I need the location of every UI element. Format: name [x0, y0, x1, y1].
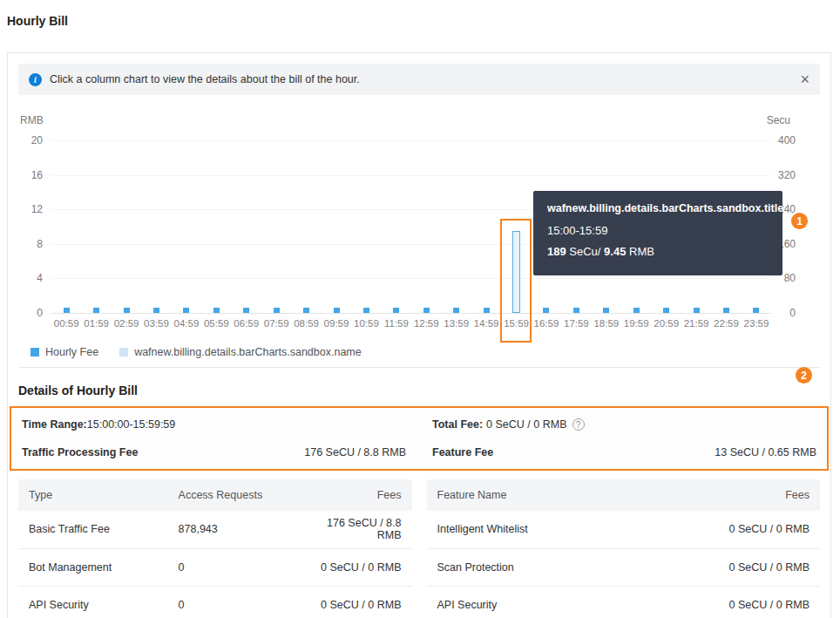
x-axis-label: 10:59	[351, 318, 381, 329]
chart-column-00:59[interactable]	[51, 140, 81, 313]
chart-column-10:59[interactable]	[351, 140, 381, 313]
table-cell: 0	[168, 586, 294, 618]
tooltip-secu-unit: SeCu/	[566, 245, 604, 258]
x-axis-label: 00:59	[51, 318, 81, 329]
hourly-fee-bar[interactable]	[363, 308, 369, 313]
total-fee-label: Total Fee:	[432, 418, 483, 431]
y-axis-left-tick: 20	[18, 134, 43, 146]
x-axis-label: 21:59	[681, 318, 711, 329]
hourly-fee-bar[interactable]	[543, 308, 549, 313]
hourly-fee-bar[interactable]	[93, 308, 99, 313]
x-axis-labels: 00:5901:5902:5903:5904:5905:5906:5907:59…	[51, 318, 771, 329]
info-icon: i	[29, 73, 42, 86]
y-axis-right-tick: 0	[759, 307, 796, 319]
table-cell: 878,943	[168, 511, 294, 548]
callout-badge-2: 2	[796, 367, 812, 384]
hourly-fee-bar[interactable]	[573, 308, 579, 313]
hourly-fee-bar[interactable]	[153, 308, 159, 313]
traffic-fee-line: Traffic Processing Fee 176 SeCU / 8.8 RM…	[22, 446, 406, 458]
table-row: API Security00 SeCU / 0 RMB	[18, 586, 412, 618]
chart-column-12:59[interactable]	[411, 140, 441, 313]
hourly-fee-bar[interactable]	[453, 308, 459, 313]
chart-column-02:59[interactable]	[112, 140, 141, 313]
chart-column-11:59[interactable]	[382, 140, 411, 313]
tooltip-rmb-unit: RMB	[626, 245, 654, 258]
column-header-feature-name: Feature Name	[427, 479, 674, 511]
x-axis-label: 22:59	[711, 318, 741, 329]
chart-column-06:59[interactable]	[232, 140, 261, 313]
hourly-fee-bar[interactable]	[663, 308, 669, 313]
hourly-fee-bar[interactable]	[334, 308, 340, 313]
hourly-fee-bar[interactable]	[183, 308, 189, 313]
close-icon[interactable]: ×	[800, 71, 810, 87]
x-axis-label: 17:59	[561, 318, 591, 329]
chart-column-05:59[interactable]	[201, 140, 231, 313]
y-axis-left-tick: 8	[18, 238, 43, 250]
table-cell: 0	[168, 548, 294, 586]
y-axis-left-tick: 12	[18, 203, 43, 215]
table-cell: API Security	[18, 586, 168, 618]
chart-column-07:59[interactable]	[261, 140, 291, 313]
legend-item-0[interactable]: Hourly Fee	[30, 346, 98, 358]
chart-column-14:59[interactable]	[471, 140, 501, 313]
hourly-fee-bar[interactable]	[243, 308, 249, 313]
chart-column-04:59[interactable]	[172, 140, 201, 313]
x-axis-baseline	[51, 313, 771, 314]
column-header-fees: Fees	[294, 479, 411, 511]
tooltip-time-range: 15:00-15:59	[547, 224, 769, 237]
chart-column-13:59[interactable]	[441, 140, 471, 313]
table-header-row: Type Access Requests Fees	[18, 479, 412, 511]
y-axis-left-unit: RMB	[20, 114, 44, 126]
chart-column-09:59[interactable]	[322, 140, 351, 313]
hourly-bill-card: i Click a column chart to view the detai…	[7, 52, 831, 618]
y-axis-right-unit: Secu	[767, 114, 790, 126]
feature-fee-table: Feature Name Fees Intelligent Whitelist0…	[427, 479, 821, 618]
table-cell: Scan Protection	[427, 548, 674, 586]
info-banner-text: Click a column chart to view the details…	[50, 73, 360, 85]
table-row: Basic Traffic Fee878,943176 SeCU / 8.8 R…	[18, 511, 412, 548]
hourly-fee-bar[interactable]	[633, 308, 640, 313]
hourly-fee-bar[interactable]	[393, 308, 399, 313]
table-cell: 0 SeCU / 0 RMB	[674, 586, 820, 618]
hourly-fee-bar[interactable]	[303, 308, 309, 313]
x-axis-label: 05:59	[201, 318, 231, 329]
time-range-line: Time Range:15:00:00-15:59:59	[22, 417, 406, 432]
hourly-fee-bar[interactable]	[603, 308, 609, 313]
traffic-fee-table: Type Access Requests Fees Basic Traffic …	[18, 479, 412, 618]
chart-column-01:59[interactable]	[81, 140, 111, 313]
x-axis-label: 19:59	[621, 318, 651, 329]
chart-column-03:59[interactable]	[141, 140, 171, 313]
x-axis-label: 09:59	[322, 318, 351, 329]
hourly-fee-bar[interactable]	[64, 308, 70, 313]
x-axis-label: 23:59	[742, 318, 771, 329]
traffic-fee-label: Traffic Processing Fee	[22, 446, 138, 458]
hourly-fee-bar[interactable]	[274, 308, 280, 313]
x-axis-label: 02:59	[112, 318, 141, 329]
summary-right-column: Total Fee:0 SeCU / 0 RMB ? Feature Fee 1…	[432, 417, 816, 458]
x-axis-label: 14:59	[471, 318, 501, 329]
chart-column-08:59[interactable]	[291, 140, 321, 313]
hourly-fee-bar[interactable]	[723, 308, 729, 313]
table-header-row: Feature Name Fees	[427, 479, 821, 511]
hourly-fee-bar[interactable]	[213, 308, 220, 313]
total-fee-line: Total Fee:0 SeCU / 0 RMB ?	[432, 417, 816, 432]
x-axis-label: 12:59	[411, 318, 441, 329]
x-axis-label: 08:59	[291, 318, 321, 329]
hourly-fee-bar[interactable]	[124, 308, 130, 313]
details-heading: Details of Hourly Bill	[18, 384, 820, 397]
y-axis-left-tick: 16	[18, 169, 43, 181]
hourly-fee-bar[interactable]	[484, 308, 490, 313]
section-divider	[18, 367, 820, 368]
help-icon[interactable]: ?	[572, 418, 585, 431]
legend-item-1[interactable]: wafnew.billing.details.barCharts.sandbox…	[119, 346, 362, 358]
summary-left-column: Time Range:15:00:00-15:59:59 Traffic Pro…	[22, 417, 406, 458]
tooltip-secu-value: 189	[547, 245, 566, 258]
hourly-fee-bar[interactable]	[694, 308, 700, 313]
callout-badge-1: 1	[791, 213, 808, 229]
feature-fee-line: Feature Fee 13 SeCU / 0.65 RMB	[432, 446, 816, 458]
table-cell: Basic Traffic Fee	[18, 511, 168, 548]
traffic-fee-value: 176 SeCU / 8.8 RMB	[304, 446, 406, 458]
hourly-fee-bar[interactable]	[423, 308, 430, 313]
info-banner: i Click a column chart to view the detai…	[18, 64, 820, 95]
table-row: Scan Protection0 SeCU / 0 RMB	[427, 548, 821, 586]
